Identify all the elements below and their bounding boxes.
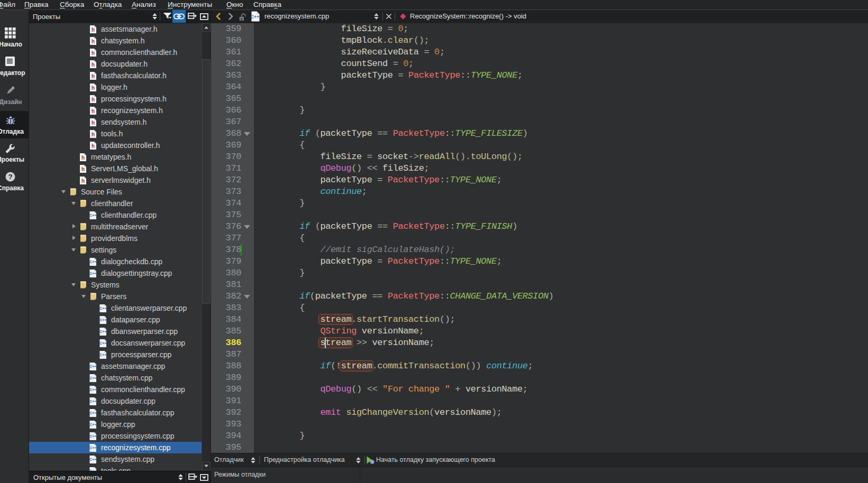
svg-text:C++: C++ [89, 446, 96, 450]
svg-text:h: h [92, 132, 95, 137]
svg-text:C++: C++ [99, 330, 106, 333]
svg-text:h: h [92, 108, 95, 114]
svg-text:C++: C++ [89, 411, 96, 415]
svg-text:C++: C++ [89, 365, 96, 368]
svg-text:C++: C++ [89, 376, 96, 380]
svg-text:C++: C++ [99, 306, 106, 310]
svg-text:C++: C++ [251, 14, 259, 20]
svg-text:h: h [92, 50, 95, 56]
svg-text:C++: C++ [89, 388, 96, 392]
svg-text:h: h [81, 166, 85, 172]
svg-text:C++: C++ [89, 213, 96, 217]
svg-text:C++: C++ [89, 260, 96, 264]
svg-text:?: ? [8, 173, 12, 181]
svg-text:h: h [92, 27, 95, 33]
svg-text:C++: C++ [99, 318, 106, 322]
svg-text:C++: C++ [99, 353, 106, 357]
svg-text:h: h [81, 155, 85, 161]
svg-text:C++: C++ [89, 423, 96, 426]
svg-text:h: h [92, 62, 95, 68]
svg-text:h: h [92, 85, 95, 91]
svg-text:h: h [81, 178, 85, 184]
svg-text:h: h [92, 143, 95, 149]
svg-text:C++: C++ [89, 434, 96, 438]
svg-text:h: h [92, 97, 95, 103]
svg-text:h: h [92, 73, 95, 79]
svg-text:C++: C++ [99, 341, 106, 345]
svg-text:C++: C++ [89, 272, 96, 275]
svg-text:C++: C++ [89, 458, 96, 461]
svg-text:C++: C++ [89, 400, 96, 403]
svg-text:h: h [92, 120, 95, 126]
svg-text:h: h [92, 39, 95, 44]
